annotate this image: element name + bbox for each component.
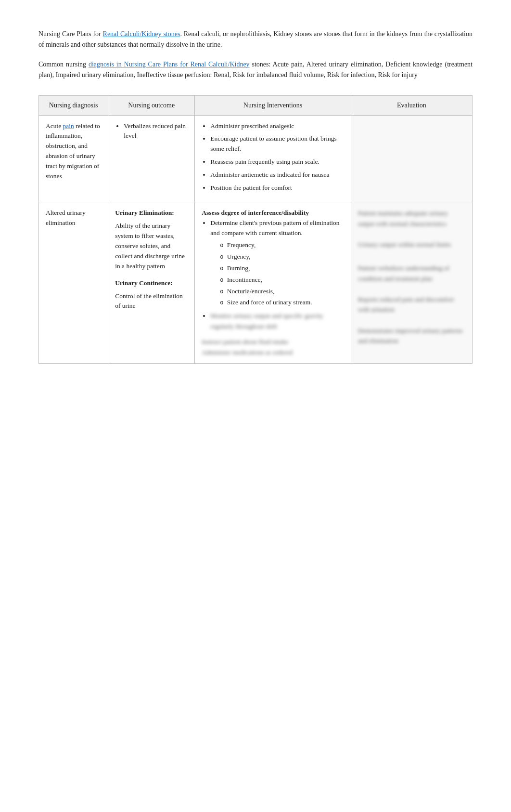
intervention-item-1-0: Administer prescribed analgesic — [210, 121, 344, 131]
diag-suffix-1: related to inflammation, obstruction, an… — [46, 122, 100, 180]
intervention-item-1-2: Reassess pain frequently using pain scal… — [210, 157, 344, 167]
intro-paragraph: Nursing Care Plans for Renal Calculi/Kid… — [38, 29, 473, 51]
outcome-cell-1: Verbalizes reduced pain level — [108, 115, 195, 202]
sub-list-2: Frequency, Urgency, Burning, Incontinenc… — [215, 240, 344, 308]
outcome-item-1: Verbalizes reduced pain level — [124, 121, 188, 142]
common-paragraph: Common nursing diagnosis in Nursing Care… — [38, 59, 473, 81]
table-row-acute-pain: Acute pain related to inflammation, obst… — [39, 115, 473, 202]
outcome-body2-1: Ability of the urinary system to filter … — [115, 221, 188, 272]
renal-calculi-link[interactable]: Renal Calculi/Kidney stones — [103, 30, 180, 38]
blurred-intervention: Monitor urinary output and specific grav… — [210, 312, 323, 330]
sub-item-2-1: Urgency, — [220, 252, 344, 262]
intervention-item-1-4: Position the patient for comfort — [210, 183, 344, 193]
pain-link[interactable]: pain — [63, 122, 74, 130]
outcome-list-1: Verbalizes reduced pain level — [115, 121, 188, 142]
intervention-list-2: Determine client's previous pattern of e… — [202, 218, 344, 332]
outcome-title2-2: Urinary Continence: — [115, 278, 188, 288]
care-plan-table: Nursing diagnosis Nursing outcome Nursin… — [38, 95, 473, 364]
intervention-list-1: Administer prescribed analgesic Encourag… — [202, 121, 344, 194]
sub-item-2-4: Nocturia/enuresis, — [220, 287, 344, 297]
urinary-cont-title: Urinary Continence: — [115, 279, 173, 287]
intervention-heading-2: Assess degree of interference/disability — [202, 208, 344, 218]
eval-blurred-content: Patient maintains adequate urinary outpu… — [358, 208, 465, 346]
header-evaluation: Evaluation — [351, 95, 472, 115]
header-interventions: Nursing Interventions — [195, 95, 351, 115]
intervention-cell-1: Administer prescribed analgesic Encourag… — [195, 115, 351, 202]
diagnosis-link[interactable]: diagnosis in Nursing Care Plans for Rena… — [89, 61, 250, 68]
intervention-cell-2: Assess degree of interference/disability… — [195, 202, 351, 364]
intervention-item-1-1: Encourage patient to assume position tha… — [210, 134, 344, 154]
diag-cell-2: Altered urinary elimination — [39, 202, 108, 364]
common-text1: Common nursing — [38, 61, 89, 68]
urinary-elim-title: Urinary Elimination: — [115, 209, 174, 216]
table-row-altered-urinary: Altered urinary elimination Urinary Elim… — [39, 202, 473, 364]
eval-cell-2: Patient maintains adequate urinary outpu… — [351, 202, 472, 364]
sub-item-2-5: Size and force of urinary stream. — [220, 298, 344, 308]
sub-item-2-0: Frequency, — [220, 240, 344, 250]
intervention-main-bullet: Determine client's previous pattern of e… — [210, 218, 344, 308]
assess-heading: Assess degree of interference/disability — [202, 209, 309, 216]
diag-cell-1: Acute pain related to inflammation, obst… — [39, 115, 108, 202]
outcome-title2-1: Urinary Elimination: — [115, 208, 188, 218]
table-header-row: Nursing diagnosis Nursing outcome Nursin… — [39, 95, 473, 115]
diag-prefix-1: Acute — [46, 122, 63, 130]
intervention-item-1-3: Administer antiemetic as indicated for n… — [210, 170, 344, 180]
outcome-body2-2: Control of the elimination of urine — [115, 291, 188, 312]
blurred-extra-interventions: Instruct patient about fluid intake Admi… — [202, 337, 344, 357]
intervention-blurred-item: Monitor urinary output and specific grav… — [210, 311, 344, 332]
header-diagnosis: Nursing diagnosis — [39, 95, 108, 115]
sub-item-2-3: Incontinence, — [220, 275, 344, 285]
outcome-cell-2: Urinary Elimination: Ability of the urin… — [108, 202, 195, 364]
main-bullet-text: Determine client's previous pattern of e… — [210, 219, 339, 236]
sub-item-2-2: Burning, — [220, 263, 344, 274]
eval-cell-1 — [351, 115, 472, 202]
header-outcome: Nursing outcome — [108, 95, 195, 115]
intro-text1: Nursing Care Plans for — [38, 30, 103, 38]
